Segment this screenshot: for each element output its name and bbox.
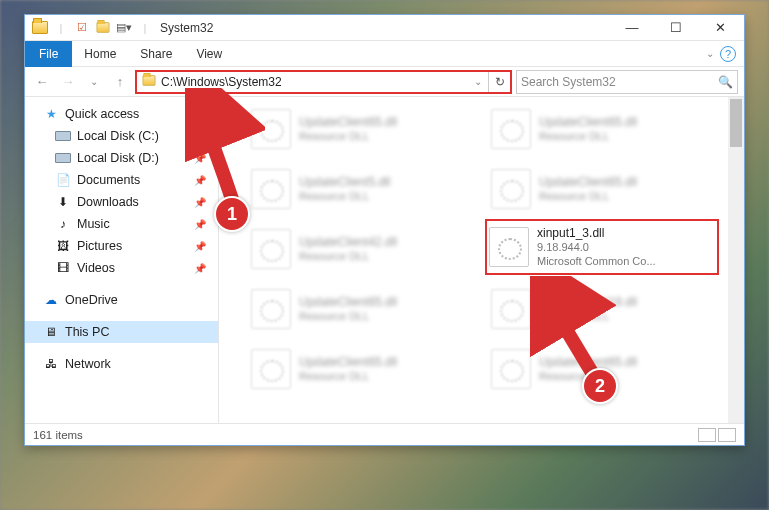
scrollbar-thumb[interactable] [730, 99, 742, 147]
details-view-button[interactable] [698, 428, 716, 442]
home-tab[interactable]: Home [72, 41, 128, 67]
pin-icon: 📌 [194, 175, 206, 186]
expand-ribbon-icon[interactable]: ⌄ [706, 48, 714, 59]
sidebar-item-label: Quick access [65, 107, 139, 121]
file-item[interactable]: UpdateClient65.dllResource DLL [489, 165, 719, 213]
navigation-pane: ★ Quick access Local Disk (C:)📌 Local Di… [25, 97, 219, 423]
file-item[interactable]: UpdateClient65.dllResource DLL [249, 285, 479, 333]
pin-icon: 📌 [194, 219, 206, 230]
file-item[interactable]: UpdateClient65.dllResource DLL [249, 345, 479, 393]
folder-icon [141, 74, 157, 90]
ribbon-tabs: File Home Share View ⌄ ? [25, 41, 744, 67]
status-bar: 161 items [25, 423, 744, 445]
quick-access[interactable]: ★ Quick access [25, 103, 218, 125]
file-name: UpdateClient65.dll [539, 355, 637, 369]
sidebar-item-documents[interactable]: 📄Documents📌 [25, 169, 218, 191]
file-type: Resource DLL [299, 189, 390, 203]
address-bar[interactable]: C:\Windows\System32 ⌄ ↻ [135, 70, 512, 94]
properties-icon[interactable]: ▤▾ [115, 19, 133, 37]
sidebar-item-drive-d[interactable]: Local Disk (D:)📌 [25, 147, 218, 169]
sidebar-item-music[interactable]: ♪Music📌 [25, 213, 218, 235]
dll-icon [491, 169, 531, 209]
refresh-button[interactable]: ↻ [488, 72, 510, 92]
file-name: UpdateClient65.dll [299, 115, 397, 129]
item-count: 161 items [33, 429, 83, 441]
drive-icon [55, 129, 71, 143]
file-item[interactable]: UpdateClient19.dllResource DLL [489, 285, 719, 333]
dll-icon [489, 227, 529, 267]
file-type: Resource DLL [299, 309, 397, 323]
file-name: UpdateClient65.dll [299, 355, 397, 369]
scrollbar[interactable] [728, 97, 744, 423]
music-icon: ♪ [55, 217, 71, 231]
divider-icon: | [136, 19, 154, 37]
pin-icon: 📌 [194, 153, 206, 164]
download-icon: ⬇ [55, 195, 71, 209]
sidebar-item-onedrive[interactable]: ☁OneDrive [25, 289, 218, 311]
folder-small-icon[interactable] [94, 19, 112, 37]
file-name: UpdateClient19.dll [539, 295, 637, 309]
sidebar-item-thispc[interactable]: 🖥This PC [25, 321, 218, 343]
dll-icon [251, 289, 291, 329]
pin-icon: 📌 [194, 131, 206, 142]
back-button[interactable]: ← [31, 71, 53, 93]
pin-icon: 📌 [194, 197, 206, 208]
file-item[interactable]: UpdateClient65.dllResource DLL [249, 105, 479, 153]
window-title: System32 [160, 21, 610, 35]
sidebar-item-label: OneDrive [65, 293, 118, 307]
dll-icon [491, 109, 531, 149]
annotation-circle-1: 1 [214, 196, 250, 232]
check-icon[interactable]: ☑ [73, 19, 91, 37]
sidebar-item-label: Network [65, 357, 111, 371]
pin-icon: 📌 [194, 263, 206, 274]
dll-icon [491, 349, 531, 389]
sidebar-item-label: Music [77, 217, 110, 231]
recent-locations-button[interactable]: ⌄ [83, 71, 105, 93]
minimize-button[interactable]: — [610, 15, 654, 41]
file-item[interactable]: UpdateClient65.dllResource DLL [489, 105, 719, 153]
search-icon[interactable]: 🔍 [718, 75, 733, 89]
file-type: Resource DLL [299, 129, 397, 143]
pc-icon: 🖥 [43, 325, 59, 339]
help-icon[interactable]: ? [720, 46, 736, 62]
file-type: Resource DLL [539, 189, 637, 203]
forward-button[interactable]: → [57, 71, 79, 93]
search-box[interactable]: Search System32 🔍 [516, 70, 738, 94]
file-item[interactable]: UpdateClient5.dllResource DLL [249, 165, 479, 213]
document-icon: 📄 [55, 173, 71, 187]
sidebar-item-downloads[interactable]: ⬇Downloads📌 [25, 191, 218, 213]
sidebar-item-videos[interactable]: 🎞Videos📌 [25, 257, 218, 279]
drive-icon [55, 151, 71, 165]
titlebar: | ☑ ▤▾ | System32 — ☐ ✕ [25, 15, 744, 41]
dll-icon [251, 169, 291, 209]
file-tab[interactable]: File [25, 41, 72, 67]
file-version: 9.18.944.0 [537, 240, 656, 254]
tiles-view-button[interactable] [718, 428, 736, 442]
maximize-button[interactable]: ☐ [654, 15, 698, 41]
share-tab[interactable]: Share [128, 41, 184, 67]
dll-icon [251, 229, 291, 269]
sidebar-item-label: Downloads [77, 195, 139, 209]
sidebar-item-pictures[interactable]: 🖼Pictures📌 [25, 235, 218, 257]
sidebar-item-network[interactable]: 🖧Network [25, 353, 218, 375]
file-name: UpdateClient65.dll [539, 175, 637, 189]
sidebar-item-label: Documents [77, 173, 140, 187]
close-button[interactable]: ✕ [698, 15, 742, 41]
annotation-circle-2: 2 [582, 368, 618, 404]
file-description: Microsoft Common Co... [537, 254, 656, 268]
view-tab[interactable]: View [184, 41, 234, 67]
sidebar-item-drive-c[interactable]: Local Disk (C:)📌 [25, 125, 218, 147]
explorer-window: | ☑ ▤▾ | System32 — ☐ ✕ File Home Share … [24, 14, 745, 446]
file-type: Resource DLL [299, 369, 397, 383]
file-item-highlighted[interactable]: xinput1_3.dll 9.18.944.0 Microsoft Commo… [485, 219, 719, 275]
dll-icon [251, 109, 291, 149]
file-list[interactable]: UpdateClient65.dllResource DLL UpdateCli… [219, 97, 744, 423]
network-icon: 🖧 [43, 357, 59, 371]
sidebar-item-label: Local Disk (C:) [77, 129, 159, 143]
quick-access-toolbar: | ☑ ▤▾ | [31, 19, 154, 37]
address-path[interactable]: C:\Windows\System32 [161, 75, 468, 89]
file-item[interactable]: UpdateClient42.dllResource DLL [249, 225, 479, 273]
up-button[interactable]: ↑ [109, 71, 131, 93]
cloud-icon: ☁ [43, 293, 59, 307]
address-dropdown-icon[interactable]: ⌄ [468, 76, 488, 87]
